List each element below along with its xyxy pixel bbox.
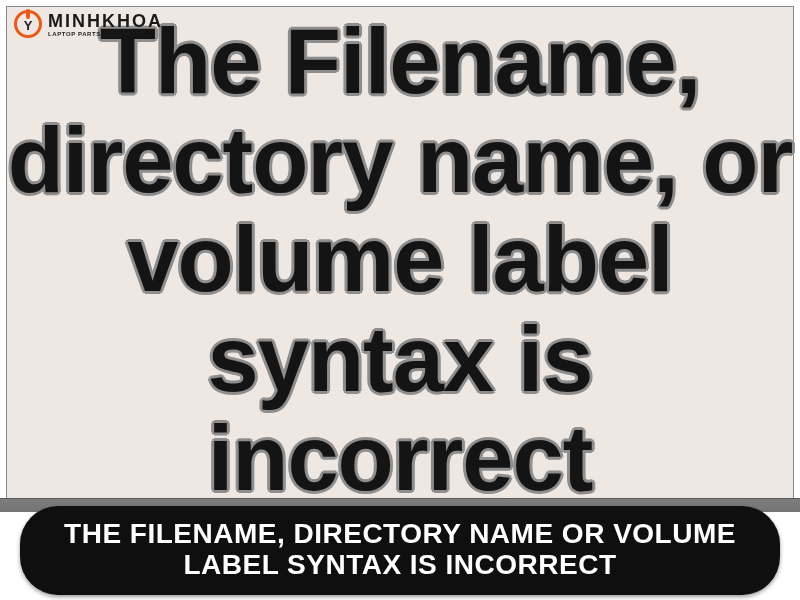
logo-tagline: LAPTOP PARTS & SERVICES bbox=[48, 31, 163, 37]
graphic-canvas: The Filename, directory name, or volume … bbox=[0, 0, 800, 600]
message-panel: The Filename, directory name, or volume … bbox=[6, 6, 794, 514]
logo-glyph: Y bbox=[24, 18, 33, 33]
error-message-text: The Filename, directory name, or volume … bbox=[7, 12, 793, 509]
logo-brand-name: MINHKHOA bbox=[48, 12, 163, 30]
caption-pill: THE FILENAME, DIRECTORY NAME OR VOLUME L… bbox=[20, 506, 780, 595]
power-icon: Y bbox=[14, 10, 42, 38]
logo-text-block: MINHKHOA LAPTOP PARTS & SERVICES bbox=[48, 12, 163, 37]
caption-text: THE FILENAME, DIRECTORY NAME OR VOLUME L… bbox=[50, 518, 750, 581]
brand-logo: Y MINHKHOA LAPTOP PARTS & SERVICES bbox=[14, 10, 163, 38]
